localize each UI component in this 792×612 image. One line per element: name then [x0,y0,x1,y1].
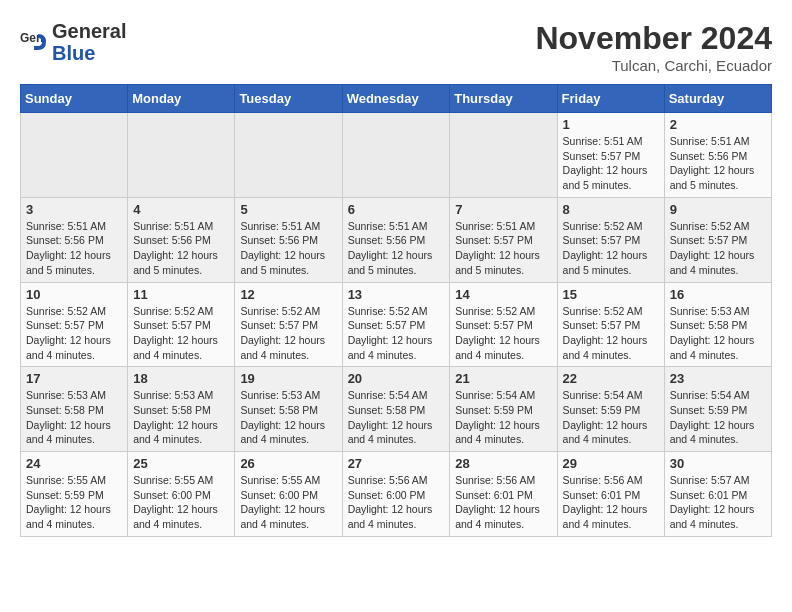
logo: Gen General Blue [20,20,126,64]
day-info: Sunrise: 5:52 AMSunset: 5:57 PMDaylight:… [240,304,336,363]
calendar-table: SundayMondayTuesdayWednesdayThursdayFrid… [20,84,772,537]
calendar-cell-4: 4Sunrise: 5:51 AMSunset: 5:56 PMDaylight… [128,197,235,282]
day-number: 25 [133,456,229,471]
calendar-cell-empty [235,113,342,198]
calendar-cell-20: 20Sunrise: 5:54 AMSunset: 5:58 PMDayligh… [342,367,450,452]
day-number: 30 [670,456,766,471]
header-wednesday: Wednesday [342,85,450,113]
day-number: 11 [133,287,229,302]
week-row-1: 1Sunrise: 5:51 AMSunset: 5:57 PMDaylight… [21,113,772,198]
day-info: Sunrise: 5:57 AMSunset: 6:01 PMDaylight:… [670,473,766,532]
calendar-cell-30: 30Sunrise: 5:57 AMSunset: 6:01 PMDayligh… [664,452,771,537]
calendar-cell-23: 23Sunrise: 5:54 AMSunset: 5:59 PMDayligh… [664,367,771,452]
day-number: 15 [563,287,659,302]
day-number: 19 [240,371,336,386]
day-info: Sunrise: 5:56 AMSunset: 6:01 PMDaylight:… [455,473,551,532]
day-number: 14 [455,287,551,302]
calendar-cell-16: 16Sunrise: 5:53 AMSunset: 5:58 PMDayligh… [664,282,771,367]
day-info: Sunrise: 5:51 AMSunset: 5:56 PMDaylight:… [670,134,766,193]
calendar-cell-5: 5Sunrise: 5:51 AMSunset: 5:56 PMDaylight… [235,197,342,282]
day-number: 10 [26,287,122,302]
day-number: 5 [240,202,336,217]
day-info: Sunrise: 5:51 AMSunset: 5:56 PMDaylight:… [240,219,336,278]
day-number: 18 [133,371,229,386]
calendar-cell-15: 15Sunrise: 5:52 AMSunset: 5:57 PMDayligh… [557,282,664,367]
week-row-3: 10Sunrise: 5:52 AMSunset: 5:57 PMDayligh… [21,282,772,367]
location: Tulcan, Carchi, Ecuador [535,57,772,74]
day-info: Sunrise: 5:54 AMSunset: 5:59 PMDaylight:… [455,388,551,447]
calendar-cell-27: 27Sunrise: 5:56 AMSunset: 6:00 PMDayligh… [342,452,450,537]
page-header: Gen General Blue November 2024 Tulcan, C… [20,20,772,74]
week-row-5: 24Sunrise: 5:55 AMSunset: 5:59 PMDayligh… [21,452,772,537]
day-info: Sunrise: 5:56 AMSunset: 6:00 PMDaylight:… [348,473,445,532]
day-info: Sunrise: 5:52 AMSunset: 5:57 PMDaylight:… [563,219,659,278]
calendar-cell-empty [342,113,450,198]
calendar-cell-14: 14Sunrise: 5:52 AMSunset: 5:57 PMDayligh… [450,282,557,367]
header-thursday: Thursday [450,85,557,113]
day-number: 23 [670,371,766,386]
day-info: Sunrise: 5:54 AMSunset: 5:59 PMDaylight:… [563,388,659,447]
day-info: Sunrise: 5:56 AMSunset: 6:01 PMDaylight:… [563,473,659,532]
day-info: Sunrise: 5:52 AMSunset: 5:57 PMDaylight:… [455,304,551,363]
calendar-cell-empty [450,113,557,198]
day-info: Sunrise: 5:53 AMSunset: 5:58 PMDaylight:… [133,388,229,447]
day-number: 13 [348,287,445,302]
day-info: Sunrise: 5:52 AMSunset: 5:57 PMDaylight:… [670,219,766,278]
header-monday: Monday [128,85,235,113]
day-number: 20 [348,371,445,386]
day-number: 27 [348,456,445,471]
day-number: 4 [133,202,229,217]
header-saturday: Saturday [664,85,771,113]
day-number: 24 [26,456,122,471]
week-row-4: 17Sunrise: 5:53 AMSunset: 5:58 PMDayligh… [21,367,772,452]
calendar-cell-11: 11Sunrise: 5:52 AMSunset: 5:57 PMDayligh… [128,282,235,367]
day-number: 8 [563,202,659,217]
day-info: Sunrise: 5:51 AMSunset: 5:56 PMDaylight:… [133,219,229,278]
calendar-cell-21: 21Sunrise: 5:54 AMSunset: 5:59 PMDayligh… [450,367,557,452]
calendar-cell-12: 12Sunrise: 5:52 AMSunset: 5:57 PMDayligh… [235,282,342,367]
calendar-cell-28: 28Sunrise: 5:56 AMSunset: 6:01 PMDayligh… [450,452,557,537]
day-number: 9 [670,202,766,217]
calendar-cell-25: 25Sunrise: 5:55 AMSunset: 6:00 PMDayligh… [128,452,235,537]
calendar-header-row: SundayMondayTuesdayWednesdayThursdayFrid… [21,85,772,113]
day-info: Sunrise: 5:53 AMSunset: 5:58 PMDaylight:… [240,388,336,447]
calendar-cell-6: 6Sunrise: 5:51 AMSunset: 5:56 PMDaylight… [342,197,450,282]
calendar-cell-3: 3Sunrise: 5:51 AMSunset: 5:56 PMDaylight… [21,197,128,282]
calendar-cell-empty [21,113,128,198]
calendar-cell-18: 18Sunrise: 5:53 AMSunset: 5:58 PMDayligh… [128,367,235,452]
calendar-cell-26: 26Sunrise: 5:55 AMSunset: 6:00 PMDayligh… [235,452,342,537]
day-info: Sunrise: 5:51 AMSunset: 5:57 PMDaylight:… [455,219,551,278]
calendar-cell-24: 24Sunrise: 5:55 AMSunset: 5:59 PMDayligh… [21,452,128,537]
day-info: Sunrise: 5:55 AMSunset: 6:00 PMDaylight:… [133,473,229,532]
calendar-cell-8: 8Sunrise: 5:52 AMSunset: 5:57 PMDaylight… [557,197,664,282]
day-number: 1 [563,117,659,132]
calendar-cell-empty [128,113,235,198]
calendar-cell-22: 22Sunrise: 5:54 AMSunset: 5:59 PMDayligh… [557,367,664,452]
day-info: Sunrise: 5:55 AMSunset: 6:00 PMDaylight:… [240,473,336,532]
day-info: Sunrise: 5:52 AMSunset: 5:57 PMDaylight:… [563,304,659,363]
day-info: Sunrise: 5:54 AMSunset: 5:59 PMDaylight:… [670,388,766,447]
day-number: 28 [455,456,551,471]
calendar-cell-29: 29Sunrise: 5:56 AMSunset: 6:01 PMDayligh… [557,452,664,537]
day-info: Sunrise: 5:51 AMSunset: 5:57 PMDaylight:… [563,134,659,193]
day-number: 2 [670,117,766,132]
calendar-cell-19: 19Sunrise: 5:53 AMSunset: 5:58 PMDayligh… [235,367,342,452]
day-info: Sunrise: 5:54 AMSunset: 5:58 PMDaylight:… [348,388,445,447]
calendar-cell-9: 9Sunrise: 5:52 AMSunset: 5:57 PMDaylight… [664,197,771,282]
logo-general-text: General [52,20,126,42]
day-number: 22 [563,371,659,386]
calendar-cell-2: 2Sunrise: 5:51 AMSunset: 5:56 PMDaylight… [664,113,771,198]
day-number: 21 [455,371,551,386]
calendar-cell-1: 1Sunrise: 5:51 AMSunset: 5:57 PMDaylight… [557,113,664,198]
day-number: 26 [240,456,336,471]
month-title: November 2024 [535,20,772,57]
day-info: Sunrise: 5:52 AMSunset: 5:57 PMDaylight:… [348,304,445,363]
day-info: Sunrise: 5:52 AMSunset: 5:57 PMDaylight:… [26,304,122,363]
day-number: 17 [26,371,122,386]
week-row-2: 3Sunrise: 5:51 AMSunset: 5:56 PMDaylight… [21,197,772,282]
title-block: November 2024 Tulcan, Carchi, Ecuador [535,20,772,74]
day-info: Sunrise: 5:53 AMSunset: 5:58 PMDaylight:… [26,388,122,447]
day-info: Sunrise: 5:51 AMSunset: 5:56 PMDaylight:… [348,219,445,278]
day-info: Sunrise: 5:51 AMSunset: 5:56 PMDaylight:… [26,219,122,278]
calendar-cell-17: 17Sunrise: 5:53 AMSunset: 5:58 PMDayligh… [21,367,128,452]
